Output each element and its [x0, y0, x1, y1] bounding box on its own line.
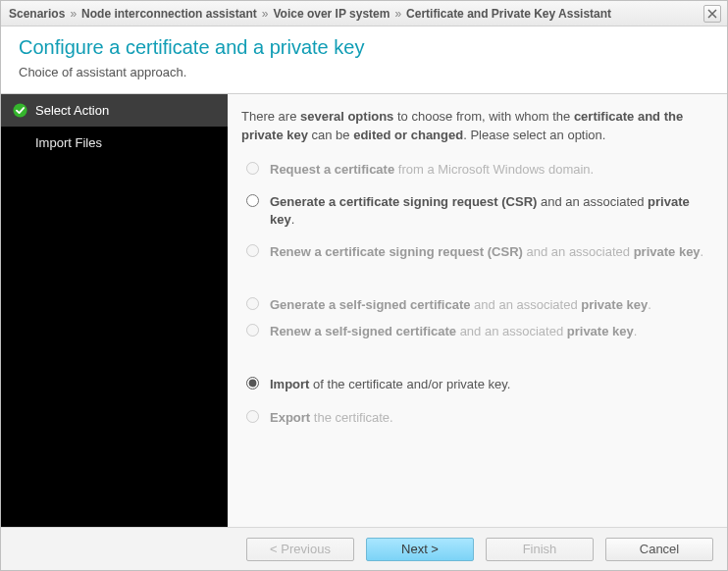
- option-renew-selfsigned: Renew a self-signed certificate and an a…: [241, 323, 709, 340]
- breadcrumb-item[interactable]: Voice over IP system: [273, 7, 390, 21]
- wizard-sidebar: Select Action Import Files: [1, 94, 228, 527]
- option-radio: [246, 244, 259, 257]
- option-label: Renew a self-signed certificate and an a…: [270, 323, 637, 340]
- option-label: Generate a certificate signing request (…: [270, 193, 709, 228]
- breadcrumb-sep: »: [262, 7, 269, 21]
- titlebar: Scenarios » Node interconnection assista…: [1, 1, 727, 26]
- option-label: Renew a certificate signing request (CSR…: [270, 243, 703, 261]
- option-radio: [246, 324, 259, 337]
- spacer: [241, 350, 709, 360]
- check-icon: [13, 103, 27, 118]
- option-radio[interactable]: [246, 194, 259, 207]
- option-radio: [246, 410, 259, 423]
- breadcrumb-sep: »: [394, 7, 401, 21]
- next-button[interactable]: Next >: [366, 538, 474, 561]
- wizard-step-import-files[interactable]: Import Files: [1, 127, 228, 159]
- breadcrumb-item[interactable]: Scenarios: [9, 7, 65, 21]
- option-renew-csr: Renew a certificate signing request (CSR…: [241, 243, 709, 261]
- intro-text: There are several options to choose from…: [241, 108, 709, 145]
- option-label: Import of the certificate and/or private…: [270, 376, 510, 393]
- svg-point-0: [13, 103, 26, 117]
- option-export: Export the certificate.: [241, 409, 709, 427]
- breadcrumb-item[interactable]: Certificate and Private Key Assistant: [406, 7, 611, 21]
- breadcrumb-item[interactable]: Node interconnection assistant: [81, 7, 257, 21]
- option-radio: [246, 297, 259, 310]
- page-title: Configure a certificate and a private ke…: [19, 36, 709, 59]
- option-label: Export the certificate.: [270, 409, 393, 427]
- previous-button: < Previous: [246, 538, 354, 561]
- option-generate-csr[interactable]: Generate a certificate signing request (…: [241, 193, 709, 228]
- spacer: [241, 277, 709, 286]
- wizard-step-label: Import Files: [35, 135, 102, 150]
- option-label: Request a certificate from a Microsoft W…: [270, 161, 594, 179]
- option-radio: [246, 162, 259, 175]
- page-subtitle: Choice of assistant approach.: [19, 65, 709, 79]
- close-icon: [707, 9, 717, 19]
- option-import[interactable]: Import of the certificate and/or private…: [241, 376, 709, 393]
- option-radio[interactable]: [246, 377, 259, 389]
- wizard-step-select-action[interactable]: Select Action: [1, 94, 228, 127]
- wizard-step-label: Select Action: [35, 103, 109, 118]
- cancel-button[interactable]: Cancel: [605, 538, 713, 561]
- option-request-certificate: Request a certificate from a Microsoft W…: [241, 161, 709, 179]
- close-button[interactable]: [703, 5, 721, 23]
- option-generate-selfsigned: Generate a self-signed certificate and a…: [241, 296, 709, 314]
- option-label: Generate a self-signed certificate and a…: [270, 296, 651, 314]
- dialog-window: Scenarios » Node interconnection assista…: [0, 0, 728, 571]
- breadcrumb-sep: »: [70, 7, 77, 21]
- content-panel: There are several options to choose from…: [228, 94, 727, 527]
- body: Select Action Import Files There are sev…: [1, 94, 727, 527]
- finish-button: Finish: [486, 538, 594, 561]
- footer: < Previous Next > Finish Cancel: [1, 527, 727, 570]
- header-panel: Configure a certificate and a private ke…: [1, 26, 727, 94]
